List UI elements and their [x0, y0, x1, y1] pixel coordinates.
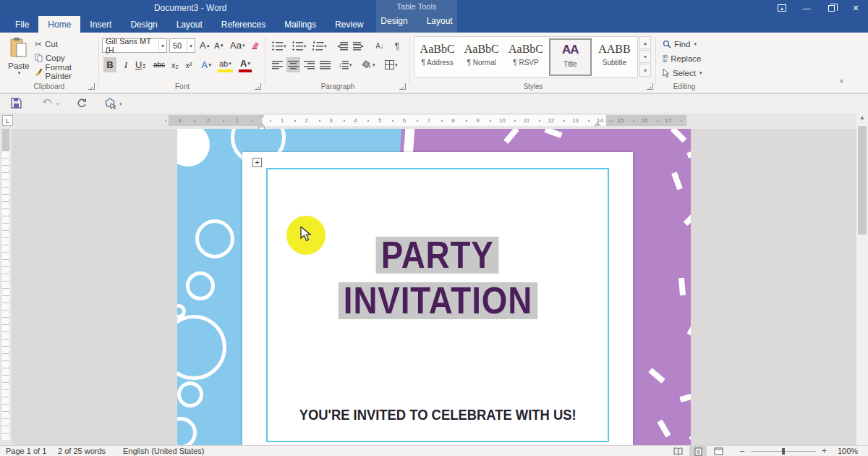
- paragraph-dialog-launcher[interactable]: [399, 83, 406, 90]
- zoom-out-button[interactable]: −: [739, 446, 745, 456]
- horizontal-ruler[interactable]: 3211234567891011121314151617: [169, 115, 686, 126]
- increase-indent-button[interactable]: ▸: [352, 38, 365, 54]
- read-mode-button[interactable]: [669, 446, 686, 456]
- invitation-subtitle-text[interactable]: YOU'RE INVITED TO CELEBRATE WITH US!: [299, 407, 576, 423]
- subscript-button[interactable]: x₂: [169, 57, 182, 72]
- text-effects-button[interactable]: A▾: [200, 57, 213, 72]
- align-center-button[interactable]: [286, 57, 300, 72]
- tab-references[interactable]: References: [212, 16, 275, 33]
- align-left-button[interactable]: [271, 57, 284, 72]
- scroll-up-arrow[interactable]: ▲: [856, 114, 868, 121]
- print-layout-button[interactable]: [689, 446, 707, 456]
- paste-button[interactable]: Paste ▾: [4, 37, 33, 76]
- draw-shape-tool-button[interactable]: [103, 97, 116, 112]
- styles-scroll-down-button[interactable]: ▼: [639, 50, 651, 63]
- tab-mailings[interactable]: Mailings: [275, 16, 326, 33]
- justify-button[interactable]: [318, 57, 332, 72]
- styles-dialog-launcher[interactable]: [647, 83, 653, 90]
- save-button[interactable]: [11, 98, 22, 111]
- find-button[interactable]: Find ▾: [663, 38, 697, 51]
- borders-button[interactable]: ▾: [383, 57, 399, 72]
- ruler-tick: [165, 120, 166, 122]
- format-painter-button[interactable]: Format Painter: [35, 65, 98, 78]
- zoom-in-button[interactable]: +: [822, 446, 827, 456]
- cut-button[interactable]: ✂ Cut: [35, 38, 58, 51]
- multilevel-list-button[interactable]: ▾: [311, 38, 328, 54]
- invitation-title-line2[interactable]: INVITATION: [338, 282, 537, 319]
- tab-insert[interactable]: Insert: [80, 16, 121, 33]
- sort-button[interactable]: A↓: [373, 38, 386, 54]
- paragraph-group: ▾ ▾ ▾ ◂ ▸ A↓ ¶ ↕▾ ▾ ▾ Paragraph: [266, 33, 409, 93]
- font-color-button[interactable]: A▾: [239, 57, 252, 72]
- first-line-indent-marker[interactable]: [258, 115, 265, 119]
- bullets-button[interactable]: ▾: [271, 38, 288, 54]
- vertical-ruler[interactable]: [0, 129, 12, 445]
- font-name-dropdown-arrow[interactable]: ▾: [158, 39, 166, 52]
- font-size-combo[interactable]: 50 ▾: [169, 38, 195, 53]
- shrink-font-icon: A: [214, 41, 219, 50]
- web-layout-button[interactable]: [710, 446, 727, 456]
- tab-selector[interactable]: L: [2, 115, 13, 126]
- show-hide-marks-button[interactable]: ¶: [391, 38, 404, 54]
- bold-icon: B: [106, 59, 113, 70]
- table-move-handle[interactable]: +: [252, 158, 262, 167]
- document-page[interactable]: + PARTY INVITATION YOU'RE INVITED TO CEL…: [177, 129, 691, 445]
- clear-formatting-button[interactable]: [249, 38, 262, 53]
- font-size-dropdown-arrow[interactable]: ▾: [187, 39, 195, 52]
- contextual-tab-design[interactable]: Design: [371, 12, 417, 29]
- strikethrough-button[interactable]: abc: [152, 57, 166, 72]
- style-normal[interactable]: AaBbC¶ Normal: [460, 38, 503, 76]
- scrollbar-thumb[interactable]: [858, 126, 867, 235]
- numbering-button[interactable]: ▾: [291, 38, 308, 54]
- collapse-ribbon-button[interactable]: ∧: [839, 77, 844, 85]
- minimize-button[interactable]: —: [794, 0, 819, 16]
- grow-font-button[interactable]: A▲: [198, 38, 212, 53]
- italic-button[interactable]: I: [119, 57, 132, 72]
- replace-button[interactable]: abac Replace: [663, 52, 701, 65]
- tab-design[interactable]: Design: [121, 16, 166, 33]
- change-case-button[interactable]: Aa▾: [229, 38, 246, 53]
- style-title[interactable]: AATitle: [549, 38, 592, 76]
- tab-file[interactable]: File: [6, 16, 38, 33]
- align-right-button[interactable]: [302, 57, 316, 72]
- tab-layout[interactable]: Layout: [167, 16, 212, 33]
- select-button[interactable]: Select ▾: [663, 67, 702, 80]
- decrease-indent-button[interactable]: ◂: [336, 38, 349, 54]
- zoom-slider-thumb[interactable]: [782, 448, 785, 455]
- undo-button[interactable]: [42, 98, 54, 111]
- tab-review[interactable]: Review: [326, 16, 373, 33]
- shading-button[interactable]: ▾: [360, 57, 377, 72]
- style-rsvp[interactable]: AaBbC¶ RSVP: [504, 38, 547, 76]
- ribbon-display-options-button[interactable]: ▴: [770, 0, 794, 16]
- contextual-tab-layout[interactable]: Layout: [417, 12, 462, 29]
- invitation-title-line1[interactable]: PARTY: [376, 237, 499, 274]
- superscript-button[interactable]: x²: [182, 57, 195, 72]
- language-indicator[interactable]: English (United States): [123, 447, 205, 455]
- zoom-level[interactable]: 100%: [838, 447, 858, 455]
- font-dialog-launcher[interactable]: [255, 83, 261, 90]
- ruler-tick: [392, 120, 393, 122]
- draw-shape-dropdown-arrow[interactable]: ▾: [119, 101, 122, 107]
- page-indicator[interactable]: Page 1 of 1: [6, 447, 46, 455]
- restore-button[interactable]: [819, 0, 843, 16]
- redo-button[interactable]: [76, 98, 87, 111]
- underline-button[interactable]: U▾: [134, 57, 147, 72]
- clipboard-dialog-launcher[interactable]: [88, 83, 95, 90]
- invitation-subtitle[interactable]: YOU'RE INVITED TO CELEBRATE WITH US!: [266, 407, 609, 423]
- close-button[interactable]: ✕: [843, 0, 868, 16]
- shrink-font-button[interactable]: A▼: [213, 38, 226, 53]
- tab-home[interactable]: Home: [38, 16, 80, 33]
- word-count[interactable]: 2 of 25 words: [58, 447, 106, 455]
- vertical-scrollbar[interactable]: ▲: [856, 113, 868, 445]
- bold-button[interactable]: B: [103, 57, 116, 72]
- style-address[interactable]: AaBbC¶ Address: [416, 38, 459, 76]
- hanging-indent-marker[interactable]: [258, 122, 265, 126]
- undo-dropdown-arrow[interactable]: ▾: [56, 101, 59, 107]
- highlight-color-button[interactable]: ab▾: [218, 57, 233, 72]
- invitation-card[interactable]: + PARTY INVITATION YOU'RE INVITED TO CEL…: [242, 152, 633, 445]
- styles-more-button[interactable]: ▼: [639, 64, 651, 77]
- font-name-combo[interactable]: Gill Sans MT (H ▾: [102, 38, 167, 53]
- line-spacing-button[interactable]: ↕▾: [337, 57, 354, 72]
- style-subtitle[interactable]: AABBSubtitle: [593, 38, 636, 76]
- styles-scroll-up-button[interactable]: ▲: [639, 36, 651, 49]
